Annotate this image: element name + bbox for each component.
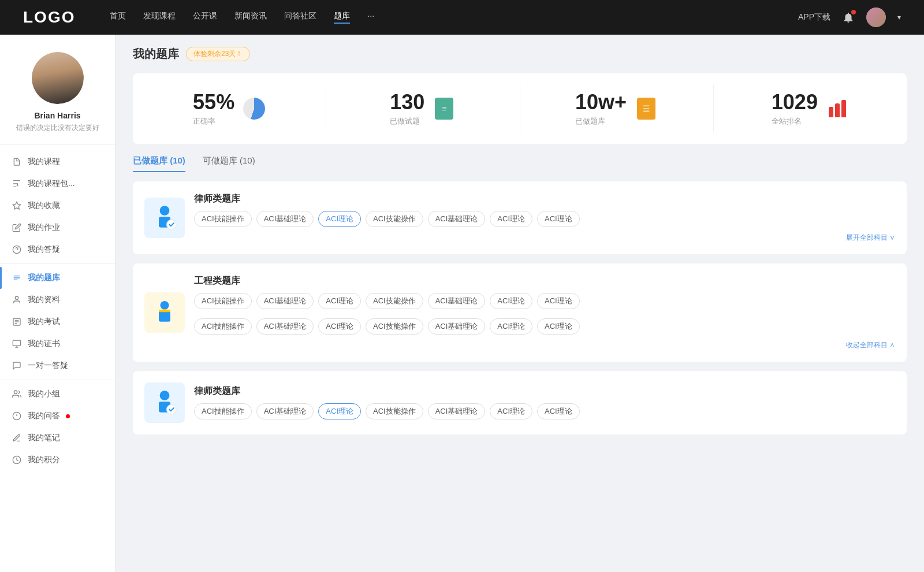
app-download[interactable]: APP下载 [798, 12, 830, 23]
tag-e1-r1-1[interactable]: ACI基础理论 [256, 293, 314, 309]
tag-e1-r2-6[interactable]: ACI理论 [537, 318, 580, 335]
tag-e1-r2-0[interactable]: ACI技能操作 [194, 318, 252, 335]
tag-l1-5[interactable]: ACI理论 [490, 211, 532, 227]
tag-l1-4[interactable]: ACI基础理论 [428, 211, 486, 227]
quiz-title-engineer-1: 工程类题库 [194, 275, 895, 287]
quiz-expand-lawyer-1[interactable]: 展开全部科目 ∨ [194, 233, 895, 243]
person-icon [12, 295, 22, 305]
nav-qa[interactable]: 问答社区 [284, 11, 316, 24]
tab-todo[interactable]: 可做题库 (10) [203, 155, 255, 172]
tag-l2-6[interactable]: ACI理论 [537, 403, 580, 419]
tag-l1-6[interactable]: ACI理论 [537, 211, 580, 227]
sidebar-item-certificate[interactable]: 我的证书 [0, 333, 115, 355]
tag-e1-r2-5[interactable]: ACI理论 [490, 318, 532, 335]
sidebar-divider-2 [0, 380, 115, 380]
stat-accuracy: 55% 正确率 [133, 85, 326, 132]
sidebar-item-my-qa[interactable]: 我的问答 [0, 405, 115, 427]
sidebar-item-1on1[interactable]: 一对一答疑 [0, 355, 115, 377]
sidebar-item-qa-answer[interactable]: 我的答疑 [0, 239, 115, 261]
tag-l2-4[interactable]: ACI基础理论 [428, 403, 486, 419]
tag-e1-r2-3[interactable]: ACI技能操作 [366, 318, 423, 335]
tag-l1-0[interactable]: ACI技能操作 [194, 211, 252, 227]
quiz-content-engineer-1: ACI技能操作 ACI基础理论 ACI理论 ACI技能操作 ACI基础理论 AC… [194, 293, 895, 335]
sidebar-label-qa-answer: 我的答疑 [28, 244, 60, 255]
page-title: 我的题库 [133, 46, 179, 62]
nav-home[interactable]: 首页 [110, 11, 126, 24]
bar-chart-visual [826, 98, 848, 120]
tag-e1-r1-4[interactable]: ACI基础理论 [428, 293, 486, 309]
stat-label-done-q: 已做试题 [390, 116, 424, 127]
sidebar-item-exam[interactable]: 我的考试 [0, 311, 115, 333]
nav-more[interactable]: ··· [367, 11, 374, 24]
nav-open-course[interactable]: 公开课 [193, 11, 217, 24]
sidebar-item-packages[interactable]: 我的课程包... [0, 173, 115, 195]
stat-label-rank: 全站排名 [772, 116, 818, 127]
tab-done[interactable]: 已做题库 (10) [133, 155, 185, 172]
tag-e1-r2-4[interactable]: ACI基础理论 [428, 318, 486, 335]
tag-l2-5[interactable]: ACI理论 [490, 403, 532, 419]
question-icon [12, 244, 22, 255]
group-icon [12, 389, 22, 399]
page-wrapper: Brian Harris 错误的决定比没有决定要好 我的课程 我的课程包... [0, 35, 924, 572]
sidebar-item-favorites[interactable]: 我的收藏 [0, 195, 115, 217]
tag-l1-1[interactable]: ACI基础理论 [256, 211, 314, 227]
list-icon [637, 98, 655, 120]
notification-bell[interactable] [842, 11, 855, 24]
list-icon-wrapper [635, 97, 658, 120]
tag-e1-r1-0[interactable]: ACI技能操作 [194, 293, 252, 309]
quiz-tags-lawyer-2: ACI技能操作 ACI基础理论 ACI理论 ACI技能操作 ACI基础理论 AC… [194, 403, 895, 419]
stats-bar: 55% 正确率 130 已做试题 10w+ [133, 73, 907, 144]
cert-icon [12, 339, 22, 349]
tag-l2-3[interactable]: ACI技能操作 [366, 403, 423, 419]
sidebar-item-profile[interactable]: 我的资料 [0, 289, 115, 311]
quiz-section-lawyer-2-header: 律师类题库 ACI技能操作 ACI基础理论 ACI理论 ACI技能操作 ACI基… [144, 382, 895, 423]
nav-news[interactable]: 新闻资讯 [234, 11, 267, 24]
main-content: 我的题库 体验剩余23天！ 55% 正确率 130 已做试题 [116, 35, 924, 572]
chat-icon [12, 361, 22, 371]
page-header: 我的题库 体验剩余23天！ [133, 46, 907, 62]
tag-l1-2[interactable]: ACI理论 [318, 211, 361, 227]
sidebar: Brian Harris 错误的决定比没有决定要好 我的课程 我的课程包... [0, 35, 116, 572]
stat-number-done-q: 130 [390, 91, 424, 114]
quiz-tags-lawyer-1: ACI技能操作 ACI基础理论 ACI理论 ACI技能操作 ACI基础理论 AC… [194, 211, 895, 227]
sidebar-item-notes[interactable]: 我的笔记 [0, 427, 115, 449]
sidebar-item-courses[interactable]: 我的课程 [0, 151, 115, 173]
quiz-icon [12, 273, 22, 283]
sidebar-item-points[interactable]: 我的积分 [0, 449, 115, 471]
profile-motto: 错误的决定比没有决定要好 [16, 123, 99, 133]
svg-point-9 [14, 391, 17, 393]
tag-e1-r1-5[interactable]: ACI理论 [490, 293, 532, 309]
tag-e1-r2-2[interactable]: ACI理论 [318, 318, 361, 335]
quiz-tags-engineer-row1: ACI技能操作 ACI基础理论 ACI理论 ACI技能操作 ACI基础理论 AC… [194, 293, 895, 309]
avatar-dropdown-arrow[interactable]: ▾ [897, 13, 901, 21]
nav-discover[interactable]: 发现课程 [143, 11, 176, 24]
svg-point-14 [166, 220, 176, 229]
stat-done-questions: 130 已做试题 [326, 85, 520, 132]
pie-visual [243, 98, 265, 120]
tag-e1-r1-6[interactable]: ACI理论 [537, 293, 580, 309]
tag-e1-r1-3[interactable]: ACI技能操作 [366, 293, 423, 309]
profile-name: Brian Harris [34, 111, 80, 120]
quiz-title-lawyer-1: 律师类题库 [194, 193, 895, 205]
sidebar-item-group[interactable]: 我的小组 [0, 383, 115, 405]
avatar[interactable] [866, 8, 886, 27]
sidebar-item-homework[interactable]: 我的作业 [0, 217, 115, 239]
star-icon [12, 200, 22, 211]
tag-l2-0[interactable]: ACI技能操作 [194, 403, 252, 419]
logo[interactable]: LOGO [23, 8, 75, 27]
quiz-expand-engineer-1[interactable]: 收起全部科目 ∧ [194, 340, 895, 350]
sidebar-item-quiz-bank[interactable]: 我的题库 [0, 267, 115, 289]
quiz-section-lawyer-1-header: 律师类题库 ACI技能操作 ACI基础理论 ACI理论 ACI技能操作 ACI基… [144, 193, 895, 243]
sidebar-divider-1 [0, 263, 115, 264]
svg-rect-17 [159, 310, 170, 312]
tag-l2-1[interactable]: ACI基础理论 [256, 403, 314, 419]
svg-marker-0 [13, 202, 20, 209]
nav-quiz[interactable]: 题库 [334, 11, 350, 24]
avatar-image [866, 8, 886, 27]
tag-e1-r1-2[interactable]: ACI理论 [318, 293, 361, 309]
tag-e1-r2-1[interactable]: ACI基础理论 [256, 318, 314, 335]
tag-l2-2[interactable]: ACI理论 [318, 403, 361, 419]
tag-l1-3[interactable]: ACI技能操作 [366, 211, 423, 227]
lawyer-icon-2 [144, 382, 185, 423]
svg-point-20 [166, 404, 176, 414]
